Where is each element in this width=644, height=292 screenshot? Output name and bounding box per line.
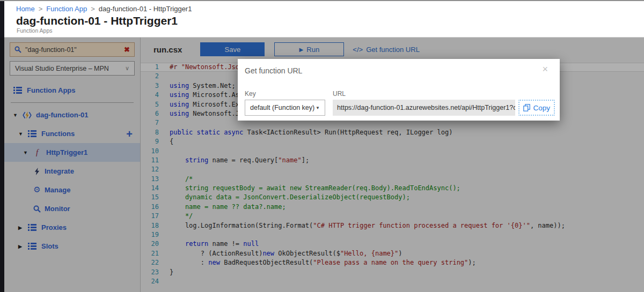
breadcrumb-current: dag-function-01 - HttpTrigger1 xyxy=(99,5,192,13)
function-url-value: https://dag-function-01.azurewebsites.ne… xyxy=(337,104,515,111)
key-dropdown-value: default (Function key) xyxy=(250,104,314,111)
dialog-title: Get function URL xyxy=(245,66,302,75)
breadcrumb-function-app[interactable]: Function App xyxy=(46,5,87,13)
key-dropdown[interactable]: default (Function key) ▼ xyxy=(245,100,325,116)
breadcrumb-home[interactable]: Home xyxy=(16,5,35,13)
page-subtitle: Function Apps xyxy=(17,27,644,34)
copy-button[interactable]: Copy xyxy=(518,100,555,116)
page-title: dag-function-01 - HttpTrigger1 xyxy=(16,14,644,27)
azure-portal-page: Home>Function App>dag-function-01 - Http… xyxy=(0,0,644,292)
url-label: URL xyxy=(333,90,515,98)
key-field-group: Key default (Function key) ▼ xyxy=(245,90,325,116)
breadcrumb: Home>Function App>dag-function-01 - Http… xyxy=(4,1,644,13)
url-field-group: URL https://dag-function-01.azurewebsite… xyxy=(333,90,515,116)
breadcrumb-separator: > xyxy=(91,5,95,13)
copy-icon xyxy=(523,104,530,111)
get-function-url-dialog: Get function URL × Key default (Function… xyxy=(238,59,560,121)
page-header: Home>Function App>dag-function-01 - Http… xyxy=(4,1,644,38)
function-url-field[interactable]: https://dag-function-01.azurewebsites.ne… xyxy=(333,100,515,116)
close-icon[interactable]: × xyxy=(542,64,548,75)
breadcrumb-separator: > xyxy=(39,5,43,13)
chevron-down-icon: ▼ xyxy=(316,106,320,110)
key-label: Key xyxy=(245,90,325,98)
dialog-form-row: Key default (Function key) ▼ URL https:/… xyxy=(245,90,555,116)
